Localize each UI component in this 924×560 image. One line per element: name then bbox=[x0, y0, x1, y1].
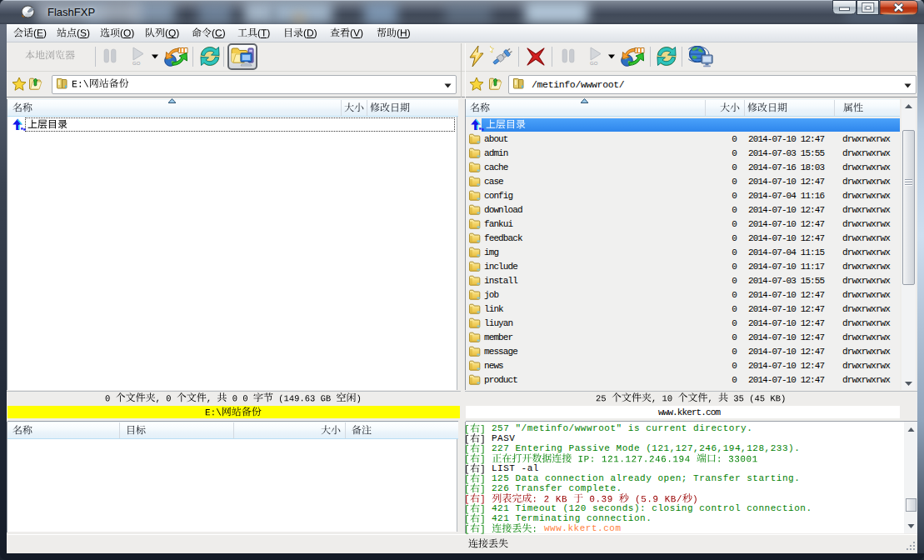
svg-text:GO: GO bbox=[132, 61, 141, 66]
svg-text:GO: GO bbox=[590, 61, 598, 66]
